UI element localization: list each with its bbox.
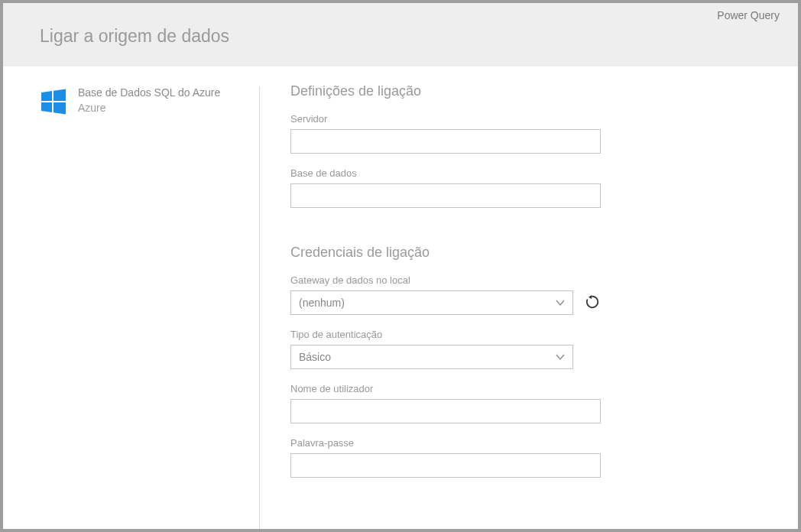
sidebar: Base de Dados SQL do Azure Azure <box>3 66 260 529</box>
username-label: Nome de utilizador <box>290 383 767 394</box>
gateway-select[interactable]: (nenhum) <box>290 290 573 315</box>
svg-marker-4 <box>589 294 592 298</box>
svg-marker-0 <box>41 91 52 101</box>
data-source-subtitle: Azure <box>78 102 220 114</box>
field-auth-type: Tipo de autenticação Básico <box>290 329 767 369</box>
gateway-label: Gateway de dados no local <box>290 274 767 286</box>
svg-marker-3 <box>54 102 66 115</box>
main-panel: Definições de ligação Servidor Base de d… <box>260 66 798 529</box>
refresh-icon <box>585 294 600 312</box>
page-title: Ligar a origem de dados <box>40 26 229 47</box>
database-input[interactable] <box>290 183 601 208</box>
password-input[interactable] <box>290 453 601 478</box>
header-bar: Power Query Ligar a origem de dados <box>3 3 798 66</box>
server-input[interactable] <box>290 129 601 154</box>
svg-marker-2 <box>41 102 52 112</box>
data-source-text: Base de Dados SQL do Azure Azure <box>78 86 220 114</box>
password-label: Palavra-passe <box>290 437 767 449</box>
data-source-title: Base de Dados SQL do Azure <box>78 86 220 99</box>
field-gateway: Gateway de dados no local (nenhum) <box>290 274 767 315</box>
username-input[interactable] <box>290 399 601 423</box>
sidebar-divider <box>259 86 260 529</box>
gateway-row: (nenhum) <box>290 290 767 315</box>
windows-logo-icon <box>40 88 67 115</box>
section-connection-credentials: Credenciais de ligação <box>290 245 767 261</box>
auth-select-wrap: Básico <box>290 345 573 369</box>
content-area: Base de Dados SQL do Azure Azure Definiç… <box>3 66 798 529</box>
field-database: Base de dados <box>290 167 767 208</box>
gateway-select-wrap: (nenhum) <box>290 290 573 315</box>
auth-type-select[interactable]: Básico <box>290 345 573 369</box>
field-server: Servidor <box>290 113 767 154</box>
refresh-gateway-button[interactable] <box>584 294 601 311</box>
auth-type-label: Tipo de autenticação <box>290 329 767 340</box>
brand-label: Power Query <box>717 9 780 21</box>
svg-marker-1 <box>54 89 66 102</box>
section-connection-settings: Definições de ligação <box>290 83 767 99</box>
data-source-item[interactable]: Base de Dados SQL do Azure Azure <box>40 86 245 115</box>
database-label: Base de dados <box>290 167 767 179</box>
field-username: Nome de utilizador <box>290 383 767 423</box>
outer-frame: Power Query Ligar a origem de dados <box>0 0 801 532</box>
server-label: Servidor <box>290 113 767 125</box>
app-window: Power Query Ligar a origem de dados <box>3 3 798 529</box>
field-password: Palavra-passe <box>290 437 767 478</box>
